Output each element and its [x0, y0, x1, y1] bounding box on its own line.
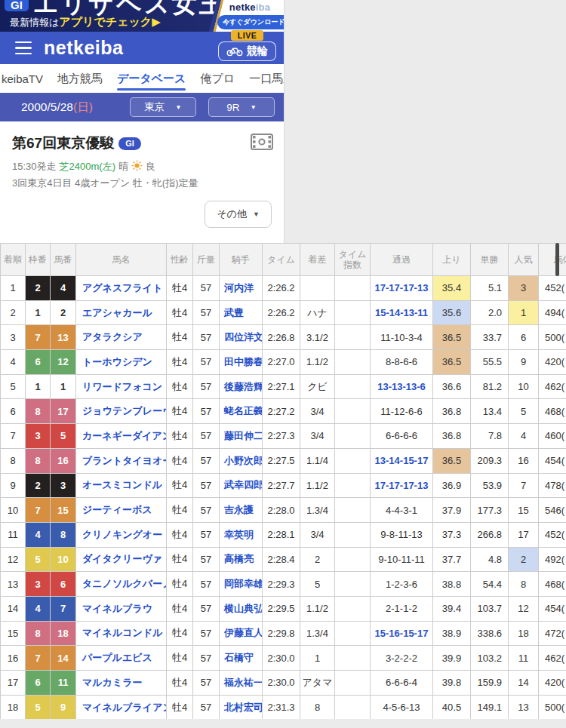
jockey-link[interactable]: 武幸四郎: [224, 479, 263, 490]
horse-name-link[interactable]: パープルエビス: [82, 652, 152, 663]
passing-order[interactable]: 17-17-17-13: [371, 473, 433, 498]
popularity: 7: [509, 473, 539, 498]
download-button[interactable]: 今すぐダウンロード: [217, 15, 284, 29]
frame-number: 8: [26, 621, 51, 646]
finish-position: 11: [1, 522, 26, 547]
race-number-dropdown[interactable]: 9R▼: [208, 97, 275, 117]
jockey-link[interactable]: 河内洋: [224, 282, 254, 293]
tab-keibaTV[interactable]: keibaTV: [2, 64, 43, 93]
passing-order[interactable]: 13-14-15-17: [371, 448, 433, 473]
finish-time: 2:27.0: [263, 350, 300, 375]
last-3f-time: 37.3: [433, 522, 471, 547]
keirin-button[interactable]: 競輪: [218, 41, 276, 61]
tab-地方競馬[interactable]: 地方競馬: [57, 64, 103, 93]
jockey-link[interactable]: 岡部幸雄: [224, 578, 263, 589]
horse-name-link[interactable]: カーネギーダイアン: [82, 430, 167, 441]
jockey-link[interactable]: 小野次郎: [224, 455, 263, 466]
jockey-link[interactable]: 北村宏司: [224, 702, 263, 713]
tab-データベース[interactable]: データベース: [117, 64, 186, 93]
jockey-cell: 伊藤直人: [220, 621, 263, 646]
horse-name-link[interactable]: ジョウテンブレーヴ: [82, 405, 167, 416]
horse-name-link[interactable]: タニノソルクバーノ: [82, 578, 167, 589]
jockey-link[interactable]: 武豊: [224, 307, 244, 318]
horse-name-link[interactable]: マルカミラー: [82, 677, 143, 688]
frame-number: 6: [26, 671, 51, 696]
passing-order[interactable]: 13-13-13-6: [371, 374, 433, 399]
popularity: 15: [509, 498, 539, 523]
jockey-link[interactable]: 四位洋文: [224, 331, 263, 342]
finish-position: 12: [1, 547, 26, 572]
margin: [300, 276, 335, 301]
column-header: 斤量: [193, 244, 220, 276]
win-odds: 54.4: [471, 572, 509, 597]
sex-age: 牡4: [167, 399, 193, 424]
horse-name-link[interactable]: マイネルブライアン: [82, 702, 167, 713]
finish-time: 2:26.8: [263, 325, 300, 350]
margin: 3.1/2: [300, 325, 335, 350]
horse-name-link[interactable]: リワードフォコン: [82, 381, 162, 392]
tab-一口馬主[interactable]: 一口馬主: [249, 64, 284, 93]
race-selector-bar: 2000/5/28(日) 東京▼ 9R▼: [0, 93, 284, 121]
horse-weight: 462(: [539, 374, 566, 399]
popularity: 13: [509, 695, 539, 719]
sex-age: 牡4: [167, 473, 193, 498]
horse-name-link[interactable]: オースミコンドル: [82, 479, 162, 490]
finish-position: 7: [1, 424, 26, 449]
last-3f-time: 35.4: [433, 276, 471, 301]
last-3f-time: 39.8: [433, 671, 471, 696]
app-promo-banner[interactable]: GI エリザベス女王杯 最新情報はアプリでチェック▶ netkeiba 今すぐダ…: [0, 0, 284, 32]
horse-name-link[interactable]: マイネルコンドル: [82, 627, 162, 638]
last-3f-time: 36.5: [433, 350, 471, 375]
passing-order[interactable]: 15-14-13-11: [371, 300, 433, 325]
sex-age: 牡4: [167, 596, 193, 621]
jockey-cell: 四位洋文: [220, 325, 263, 350]
jockey-link[interactable]: 高橋亮: [224, 553, 254, 564]
jockey-link[interactable]: 伊藤直人: [224, 627, 263, 638]
horse-number: 16: [51, 448, 76, 473]
horse-number: 5: [51, 424, 76, 449]
horse-name-link[interactable]: アグネスフライト: [82, 282, 162, 293]
jockey-link[interactable]: 後藤浩輝: [224, 381, 263, 392]
horse-number: 18: [51, 621, 76, 646]
sun-icon: [131, 160, 143, 174]
jockey-link[interactable]: 横山典弘: [224, 603, 263, 614]
jockey-link[interactable]: 石橋守: [224, 652, 254, 663]
jockey-link[interactable]: 幸英明: [224, 529, 254, 540]
race-results-table-wrap[interactable]: 着順枠番馬番馬名性齢斤量騎手タイム着差タイム指数通過上り単勝人気馬体重 124ア…: [0, 243, 566, 719]
jockey-link[interactable]: 福永祐一: [224, 677, 263, 688]
carried-weight: 57: [193, 498, 220, 523]
hamburger-menu-icon[interactable]: [15, 41, 32, 55]
horse-name-link[interactable]: ダイタクリーヴァ: [82, 553, 162, 564]
passing-order[interactable]: 17-17-17-13: [371, 276, 433, 301]
horse-name-link[interactable]: ブラントタイヨオー: [82, 455, 167, 466]
jockey-link[interactable]: 藤田伸二: [224, 430, 263, 441]
jockey-link[interactable]: 吉永護: [224, 504, 254, 515]
time-index: [335, 572, 371, 597]
other-dropdown-button[interactable]: その他 ▼: [205, 201, 272, 228]
jockey-link[interactable]: 田中勝春: [224, 356, 263, 367]
horse-name-link[interactable]: マイネルブラウ: [82, 603, 152, 614]
horse-name-link[interactable]: トーホウシデン: [82, 356, 152, 367]
horse-weight: 472(: [539, 621, 566, 646]
netkeiba-logo[interactable]: netkeiba: [44, 37, 123, 59]
popularity: 6: [509, 325, 539, 350]
banner-subtext-prefix: 最新情報は: [10, 17, 59, 28]
horse-name-cell: ジーティーボス: [76, 498, 167, 523]
carried-weight: 57: [193, 399, 220, 424]
sex-age: 牡4: [167, 671, 193, 696]
carried-weight: 57: [193, 671, 220, 696]
race-video-icon[interactable]: [251, 134, 273, 153]
horse-name-link[interactable]: クリノキングオー: [82, 529, 162, 540]
horse-name-link[interactable]: ジーティーボス: [82, 504, 152, 515]
jockey-link[interactable]: 蛯名正義: [224, 405, 263, 416]
sex-age: 牡4: [167, 424, 193, 449]
passing-order[interactable]: 15-16-15-17: [371, 621, 433, 646]
sex-age: 牡4: [167, 695, 193, 719]
horse-name-link[interactable]: エアシャカール: [82, 307, 152, 318]
horse-name-cell: ダイタクリーヴァ: [76, 547, 167, 572]
venue-dropdown[interactable]: 東京▼: [130, 97, 196, 117]
sex-age: 牡4: [167, 522, 193, 547]
scrollbar-thumb[interactable]: [555, 243, 559, 276]
tab-俺プロ[interactable]: 俺プロ: [200, 64, 235, 93]
horse-name-link[interactable]: アタラクシア: [82, 331, 143, 342]
